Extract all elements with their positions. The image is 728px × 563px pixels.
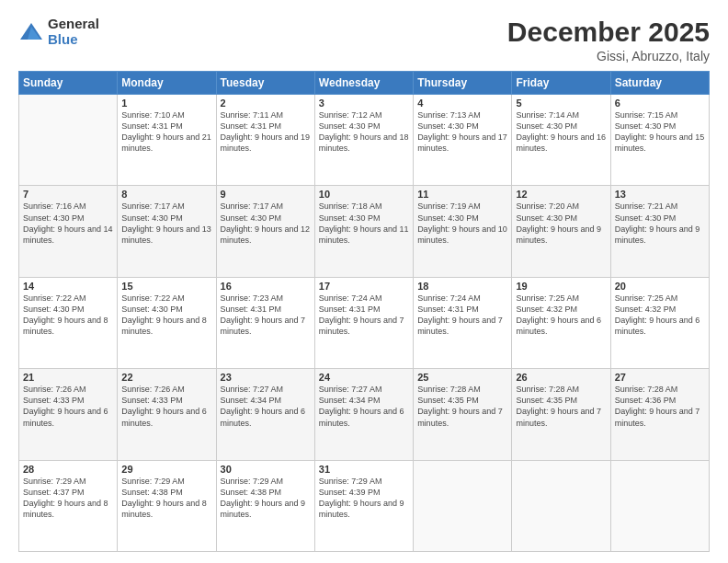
day-number: 2 xyxy=(221,98,311,109)
day-number: 31 xyxy=(319,464,409,475)
day-info: Sunrise: 7:29 AMSunset: 4:37 PMDaylight:… xyxy=(23,476,113,521)
calendar-cell: 31Sunrise: 7:29 AMSunset: 4:39 PMDayligh… xyxy=(314,460,413,551)
day-number: 22 xyxy=(121,372,211,383)
month-title: December 2025 xyxy=(507,17,710,47)
day-info: Sunrise: 7:25 AMSunset: 4:32 PMDaylight:… xyxy=(516,293,606,338)
day-info: Sunrise: 7:18 AMSunset: 4:30 PMDaylight:… xyxy=(319,201,409,246)
day-info: Sunrise: 7:16 AMSunset: 4:30 PMDaylight:… xyxy=(23,201,113,246)
calendar-cell: 9Sunrise: 7:17 AMSunset: 4:30 PMDaylight… xyxy=(216,186,314,277)
day-info: Sunrise: 7:25 AMSunset: 4:32 PMDaylight:… xyxy=(615,293,705,338)
header: General Blue December 2025 Gissi, Abruzz… xyxy=(18,17,710,63)
calendar-cell: 30Sunrise: 7:29 AMSunset: 4:38 PMDayligh… xyxy=(216,460,314,551)
day-info: Sunrise: 7:11 AMSunset: 4:31 PMDaylight:… xyxy=(221,109,311,155)
calendar-week-row: 28Sunrise: 7:29 AMSunset: 4:37 PMDayligh… xyxy=(19,460,710,551)
day-info: Sunrise: 7:24 AMSunset: 4:31 PMDaylight:… xyxy=(417,293,507,338)
day-info: Sunrise: 7:10 AMSunset: 4:31 PMDaylight:… xyxy=(121,109,211,155)
day-info: Sunrise: 7:20 AMSunset: 4:30 PMDaylight:… xyxy=(516,201,606,246)
calendar-week-row: 14Sunrise: 7:22 AMSunset: 4:30 PMDayligh… xyxy=(19,277,710,368)
day-number: 1 xyxy=(121,98,211,109)
day-number: 26 xyxy=(516,372,606,383)
calendar-cell: 19Sunrise: 7:25 AMSunset: 4:32 PMDayligh… xyxy=(512,277,610,368)
calendar-cell xyxy=(610,460,709,551)
calendar-cell: 24Sunrise: 7:27 AMSunset: 4:34 PMDayligh… xyxy=(314,369,413,460)
day-number: 25 xyxy=(417,372,507,383)
calendar-cell: 12Sunrise: 7:20 AMSunset: 4:30 PMDayligh… xyxy=(512,186,610,277)
calendar-cell: 20Sunrise: 7:25 AMSunset: 4:32 PMDayligh… xyxy=(610,277,709,368)
calendar-cell: 29Sunrise: 7:29 AMSunset: 4:38 PMDayligh… xyxy=(118,460,216,551)
day-info: Sunrise: 7:29 AMSunset: 4:38 PMDaylight:… xyxy=(121,476,211,521)
day-info: Sunrise: 7:22 AMSunset: 4:30 PMDaylight:… xyxy=(121,293,211,338)
calendar-cell: 2Sunrise: 7:11 AMSunset: 4:31 PMDaylight… xyxy=(216,95,314,186)
day-number: 27 xyxy=(615,372,705,383)
calendar-header-sunday: Sunday xyxy=(19,72,118,95)
day-number: 19 xyxy=(516,281,606,292)
day-number: 3 xyxy=(319,98,409,109)
calendar-cell: 8Sunrise: 7:17 AMSunset: 4:30 PMDaylight… xyxy=(118,186,216,277)
calendar-cell: 5Sunrise: 7:14 AMSunset: 4:30 PMDaylight… xyxy=(512,95,610,186)
title-block: December 2025 Gissi, Abruzzo, Italy xyxy=(507,17,710,63)
day-number: 15 xyxy=(121,281,211,292)
calendar-cell: 10Sunrise: 7:18 AMSunset: 4:30 PMDayligh… xyxy=(314,186,413,277)
day-number: 8 xyxy=(121,189,211,200)
day-info: Sunrise: 7:27 AMSunset: 4:34 PMDaylight:… xyxy=(221,384,311,429)
calendar-cell: 16Sunrise: 7:23 AMSunset: 4:31 PMDayligh… xyxy=(216,277,314,368)
calendar-cell: 27Sunrise: 7:28 AMSunset: 4:36 PMDayligh… xyxy=(610,369,709,460)
day-number: 18 xyxy=(417,281,507,292)
calendar-header-thursday: Thursday xyxy=(414,72,512,95)
day-number: 7 xyxy=(23,189,113,200)
day-number: 21 xyxy=(23,372,113,383)
calendar-cell: 23Sunrise: 7:27 AMSunset: 4:34 PMDayligh… xyxy=(216,369,314,460)
day-info: Sunrise: 7:17 AMSunset: 4:30 PMDaylight:… xyxy=(221,201,311,246)
day-number: 9 xyxy=(221,189,311,200)
calendar-cell: 18Sunrise: 7:24 AMSunset: 4:31 PMDayligh… xyxy=(414,277,512,368)
logo-general: General xyxy=(48,17,99,32)
calendar-cell: 4Sunrise: 7:13 AMSunset: 4:30 PMDaylight… xyxy=(414,95,512,186)
day-info: Sunrise: 7:22 AMSunset: 4:30 PMDaylight:… xyxy=(23,293,113,338)
day-number: 17 xyxy=(319,281,409,292)
day-number: 24 xyxy=(319,372,409,383)
day-number: 11 xyxy=(417,189,507,200)
day-number: 10 xyxy=(319,189,409,200)
day-info: Sunrise: 7:23 AMSunset: 4:31 PMDaylight:… xyxy=(221,293,311,338)
calendar-week-row: 1Sunrise: 7:10 AMSunset: 4:31 PMDaylight… xyxy=(19,95,710,186)
calendar-cell: 3Sunrise: 7:12 AMSunset: 4:30 PMDaylight… xyxy=(314,95,413,186)
logo-icon xyxy=(18,19,44,45)
calendar-cell: 14Sunrise: 7:22 AMSunset: 4:30 PMDayligh… xyxy=(19,277,118,368)
calendar-table: SundayMondayTuesdayWednesdayThursdayFrid… xyxy=(18,71,710,552)
calendar-header-saturday: Saturday xyxy=(610,72,709,95)
day-info: Sunrise: 7:27 AMSunset: 4:34 PMDaylight:… xyxy=(319,384,409,429)
day-number: 12 xyxy=(516,189,606,200)
day-info: Sunrise: 7:28 AMSunset: 4:35 PMDaylight:… xyxy=(516,384,606,429)
day-info: Sunrise: 7:12 AMSunset: 4:30 PMDaylight:… xyxy=(319,109,409,155)
calendar-cell: 21Sunrise: 7:26 AMSunset: 4:33 PMDayligh… xyxy=(19,369,118,460)
logo: General Blue xyxy=(18,17,99,47)
calendar-cell xyxy=(414,460,512,551)
day-number: 29 xyxy=(121,464,211,475)
day-number: 5 xyxy=(516,98,606,109)
page: General Blue December 2025 Gissi, Abruzz… xyxy=(0,0,728,563)
day-number: 14 xyxy=(23,281,113,292)
day-info: Sunrise: 7:28 AMSunset: 4:35 PMDaylight:… xyxy=(417,384,507,429)
day-number: 4 xyxy=(417,98,507,109)
calendar-header-row: SundayMondayTuesdayWednesdayThursdayFrid… xyxy=(19,72,710,95)
day-info: Sunrise: 7:15 AMSunset: 4:30 PMDaylight:… xyxy=(615,109,705,155)
day-info: Sunrise: 7:14 AMSunset: 4:30 PMDaylight:… xyxy=(516,109,606,155)
calendar-header-monday: Monday xyxy=(118,72,216,95)
day-info: Sunrise: 7:17 AMSunset: 4:30 PMDaylight:… xyxy=(121,201,211,246)
day-info: Sunrise: 7:29 AMSunset: 4:38 PMDaylight:… xyxy=(221,476,311,521)
calendar-cell: 25Sunrise: 7:28 AMSunset: 4:35 PMDayligh… xyxy=(414,369,512,460)
day-info: Sunrise: 7:28 AMSunset: 4:36 PMDaylight:… xyxy=(615,384,705,429)
day-number: 30 xyxy=(221,464,311,475)
calendar-week-row: 7Sunrise: 7:16 AMSunset: 4:30 PMDaylight… xyxy=(19,186,710,277)
calendar-cell: 13Sunrise: 7:21 AMSunset: 4:30 PMDayligh… xyxy=(610,186,709,277)
day-info: Sunrise: 7:13 AMSunset: 4:30 PMDaylight:… xyxy=(417,109,507,155)
calendar-cell: 1Sunrise: 7:10 AMSunset: 4:31 PMDaylight… xyxy=(118,95,216,186)
day-number: 28 xyxy=(23,464,113,475)
calendar-cell xyxy=(19,95,118,186)
day-number: 16 xyxy=(221,281,311,292)
calendar-cell xyxy=(512,460,610,551)
day-info: Sunrise: 7:26 AMSunset: 4:33 PMDaylight:… xyxy=(121,384,211,429)
logo-text: General Blue xyxy=(48,17,99,47)
calendar-cell: 6Sunrise: 7:15 AMSunset: 4:30 PMDaylight… xyxy=(610,95,709,186)
day-info: Sunrise: 7:24 AMSunset: 4:31 PMDaylight:… xyxy=(319,293,409,338)
